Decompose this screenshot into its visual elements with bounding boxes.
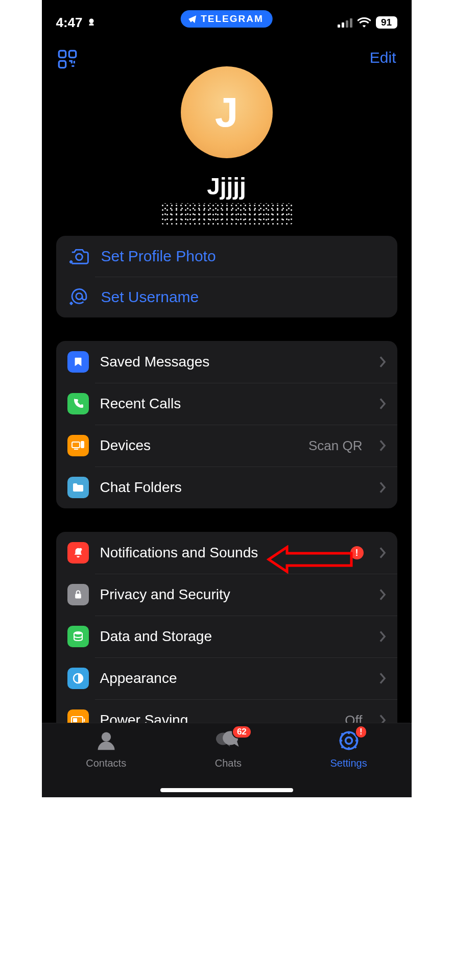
status-time: 4:47	[56, 15, 83, 31]
status-time-group: 4:47	[56, 15, 96, 31]
contrast-icon	[67, 668, 89, 689]
svg-point-5	[76, 293, 82, 299]
edit-button[interactable]: Edit	[370, 49, 396, 66]
settings-header: Edit	[42, 34, 412, 71]
send-icon	[187, 14, 197, 23]
privacy-label: Privacy and Security	[100, 586, 368, 603]
settings-alert-badge: !	[355, 725, 367, 739]
chevron-right-icon	[379, 398, 386, 409]
row-appearance[interactable]: Appearance	[56, 657, 397, 699]
bell-icon	[67, 542, 89, 564]
app-pill: TELEGRAM	[180, 10, 273, 28]
chevron-right-icon	[379, 673, 386, 684]
status-bar: 4:47 TELEGRAM 91	[42, 0, 412, 34]
row-notifications[interactable]: Notifications and Sounds !	[56, 532, 397, 574]
home-indicator[interactable]	[160, 788, 293, 792]
svg-point-18	[340, 732, 357, 749]
svg-point-0	[89, 19, 93, 23]
tab-bar: Contacts 62 Chats ! Settings	[42, 723, 412, 797]
row-set-username[interactable]: Set Username	[56, 277, 397, 317]
svg-rect-13	[84, 719, 85, 722]
app-pill-label: TELEGRAM	[201, 13, 264, 24]
tab-chats[interactable]: 62 Chats	[215, 729, 242, 769]
devices-label: Devices	[100, 437, 298, 454]
svg-point-8	[79, 548, 82, 551]
row-saved-messages[interactable]: Saved Messages	[56, 341, 397, 383]
row-data-storage[interactable]: Data and Storage	[56, 616, 397, 657]
data-storage-label: Data and Storage	[100, 628, 368, 645]
camera-add-icon	[68, 248, 90, 265]
svg-point-16	[102, 732, 111, 742]
svg-rect-6	[72, 442, 80, 448]
gear-icon: !	[338, 729, 360, 754]
saved-messages-label: Saved Messages	[100, 354, 368, 370]
screen: 4:47 TELEGRAM 91 Edit J Jjjjj	[42, 0, 412, 797]
chats-icon: 62	[216, 729, 241, 754]
avatar-initial: J	[215, 88, 239, 136]
row-recent-calls[interactable]: Recent Calls	[56, 383, 397, 425]
tab-settings[interactable]: ! Settings	[330, 729, 367, 769]
devices-value: Scan QR	[308, 438, 363, 454]
svg-rect-2	[69, 51, 76, 57]
chevron-right-icon	[379, 482, 386, 493]
chevron-right-icon	[379, 631, 386, 642]
phone-icon	[67, 393, 89, 414]
tab-contacts-label: Contacts	[86, 757, 126, 769]
svg-point-17	[345, 738, 352, 744]
recent-calls-label: Recent Calls	[100, 396, 368, 412]
at-add-icon	[68, 288, 90, 306]
profile-block: J Jjjjj	[42, 66, 412, 225]
battery-level: 91	[376, 16, 397, 29]
devices-icon	[67, 435, 89, 456]
svg-point-4	[76, 254, 82, 260]
contacts-icon	[95, 729, 117, 754]
chevron-right-icon	[379, 547, 386, 558]
qr-button[interactable]	[57, 49, 78, 71]
profile-name: Jjjjj	[207, 173, 246, 200]
alert-badge: !	[350, 546, 364, 559]
chevron-right-icon	[379, 589, 386, 600]
profile-phone-redacted	[160, 203, 293, 225]
chevron-right-icon	[379, 356, 386, 368]
svg-rect-7	[81, 441, 84, 448]
appearance-label: Appearance	[100, 670, 368, 687]
chat-folders-label: Chat Folders	[100, 479, 368, 496]
row-chat-folders[interactable]: Chat Folders	[56, 467, 397, 508]
location-icon	[87, 17, 96, 28]
tab-contacts[interactable]: Contacts	[86, 729, 126, 769]
folder-icon	[67, 477, 89, 498]
settings-group-1: Saved Messages Recent Calls Devices Scan…	[56, 341, 397, 508]
set-username-label: Set Username	[101, 288, 385, 306]
tab-chats-label: Chats	[215, 757, 242, 769]
cell-signal-icon	[338, 17, 352, 28]
tab-settings-label: Settings	[330, 757, 367, 769]
svg-point-10	[74, 631, 82, 634]
notifications-label: Notifications and Sounds	[100, 545, 339, 561]
avatar[interactable]: J	[181, 66, 273, 158]
chats-badge: 62	[232, 725, 252, 739]
profile-actions-card: Set Profile Photo Set Username	[56, 236, 397, 317]
qr-icon	[57, 49, 78, 69]
wifi-icon	[357, 17, 371, 28]
row-set-photo[interactable]: Set Profile Photo	[56, 236, 397, 277]
database-icon	[67, 626, 89, 647]
row-privacy[interactable]: Privacy and Security	[56, 574, 397, 616]
set-photo-label: Set Profile Photo	[101, 248, 385, 265]
bookmark-icon	[67, 351, 89, 373]
svg-rect-14	[73, 718, 77, 722]
chevron-right-icon	[379, 440, 386, 451]
status-right: 91	[338, 16, 397, 29]
svg-rect-1	[59, 51, 65, 57]
svg-rect-3	[59, 61, 65, 67]
svg-rect-9	[75, 594, 81, 598]
row-devices[interactable]: Devices Scan QR	[56, 425, 397, 467]
lock-icon	[67, 584, 89, 605]
